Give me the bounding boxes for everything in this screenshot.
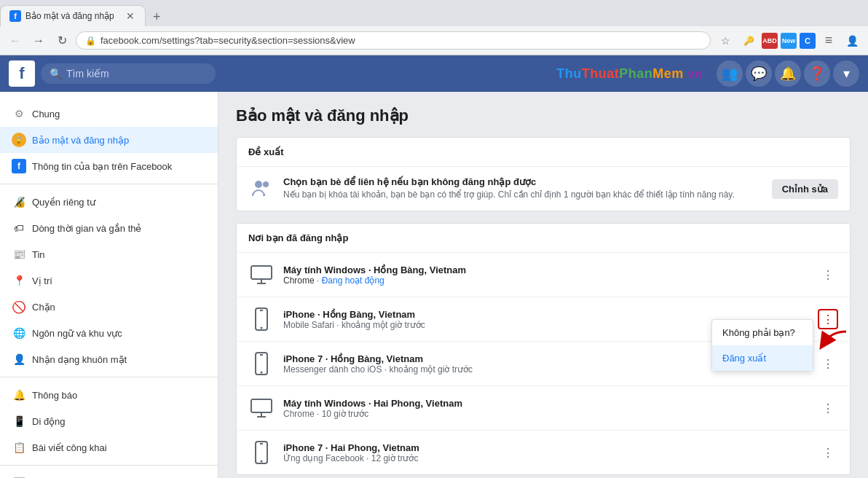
svg-point-1 xyxy=(263,181,269,187)
extensions-button[interactable]: 🔑 xyxy=(738,31,759,51)
session-row-4: Máy tính Windows · Hai Phong, Vietnam Ch… xyxy=(237,386,850,431)
help-icon[interactable]: ❓ xyxy=(804,60,830,87)
tab-title: Bảo mật và đăng nhập xyxy=(25,11,120,21)
sessions-header: Nơi bạn đã đăng nhập xyxy=(237,224,850,253)
session-info-5: iPhone 7 · Hai Phong, Vietnam Ứng dụng F… xyxy=(283,442,809,463)
sidebar-item-ngon-ngu[interactable]: 🌐 Ngôn ngữ và khu vực xyxy=(0,320,218,346)
phone-icon-2 xyxy=(248,306,275,332)
session-menu-btn-1[interactable]: ⋮ xyxy=(818,265,838,285)
arrow-indicator xyxy=(817,328,853,352)
session-menu-btn-5[interactable]: ⋮ xyxy=(818,442,838,463)
sessions-section: Nơi bạn đã đăng nhập Máy tính Windows · … xyxy=(236,223,851,475)
new-extension-icon[interactable]: New xyxy=(781,33,797,49)
sidebar-label-quyen-rieng: Quyền riêng tư xyxy=(32,197,206,208)
mobile-icon: 📱 xyxy=(12,414,26,428)
lock-shield-icon: 🔒 xyxy=(12,133,26,147)
status-active-1: Đang hoạt động xyxy=(322,275,384,286)
sidebar-item-ung-dung[interactable]: 🔲 Ứng dụng và trang web xyxy=(0,470,218,478)
session-menu-button-2[interactable]: ⋮ xyxy=(818,309,838,329)
search-icon: 🔍 xyxy=(50,68,62,79)
sidebar: ⚙ Chung 🔒 Bảo mật và đăng nhập f Thông t… xyxy=(0,92,218,478)
messenger-icon[interactable]: 💬 xyxy=(746,60,772,87)
sidebar-item-bai-viet[interactable]: 📋 Bài viết công khai xyxy=(0,434,218,461)
sidebar-item-di-dong[interactable]: 📱 Di động xyxy=(0,408,218,434)
svg-rect-11 xyxy=(251,399,272,412)
desktop-icon-4 xyxy=(248,395,275,421)
sidebar-divider-2 xyxy=(0,377,218,377)
sidebar-item-quyen-rieng[interactable]: 🔏 Quyền riêng tư xyxy=(0,189,218,215)
session-detail-1: Chrome · Đang hoạt động xyxy=(283,275,809,286)
brand-watermark: ThuThuatPhanMem.vn xyxy=(556,66,702,82)
svg-point-7 xyxy=(261,327,263,329)
sidebar-item-vi-tri[interactable]: 📍 Vị trí xyxy=(0,267,218,294)
lock-icon: 🔒 xyxy=(85,36,96,46)
session-detail-5: Ứng dụng Facebook · 12 giờ trước xyxy=(283,453,809,463)
sidebar-label-di-dong: Di động xyxy=(32,416,206,427)
de-xuat-action: Chỉnh sửa xyxy=(772,179,838,199)
chinh-sua-button[interactable]: Chỉnh sửa xyxy=(772,179,838,199)
search-bar[interactable]: 🔍 xyxy=(41,63,216,84)
de-xuat-title: Chọn bạn bè để liên hệ nếu bạn không đăn… xyxy=(283,176,763,187)
forward-button[interactable]: → xyxy=(29,31,48,50)
sidebar-label-dong-thoi-gian: Dòng thời gian và gắn thẻ xyxy=(32,223,206,234)
facebook-logo[interactable]: f xyxy=(9,60,35,87)
sidebar-label-bai-viet: Bài viết công khai xyxy=(32,442,206,453)
news-icon: 📰 xyxy=(12,247,26,262)
sidebar-label-thong-bao: Thông báo xyxy=(32,390,206,401)
browser-tab-active[interactable]: Bảo mật và đăng nhập ✕ xyxy=(0,5,146,26)
reload-button[interactable]: ↻ xyxy=(52,31,71,50)
friends-icon[interactable]: 👥 xyxy=(717,60,743,87)
sidebar-item-chan[interactable]: 🚫 Chặn xyxy=(0,294,218,320)
session-dropdown-menu: Không phải bạn? Đăng xuất xyxy=(711,319,813,372)
browser-chrome: Bảo mật và đăng nhập ✕ + ← → ↻ 🔒 faceboo… xyxy=(0,0,868,55)
tab-favicon xyxy=(9,10,21,22)
browser-tab-bar: Bảo mật và đăng nhập ✕ + xyxy=(0,0,868,26)
svg-rect-2 xyxy=(251,266,272,279)
address-text: facebook.com/settings?tab=security&secti… xyxy=(100,35,701,46)
session-name-4: Máy tính Windows · Hai Phong, Vietnam xyxy=(283,398,809,409)
sidebar-item-bao-mat[interactable]: 🔒 Bảo mật và đăng nhập xyxy=(0,127,218,153)
dropdown-logout[interactable]: Đăng xuất xyxy=(712,345,813,371)
search-input[interactable] xyxy=(66,68,207,79)
de-xuat-subtitle: Nếu bạn bị khóa tài khoản, bạn bè bạn có… xyxy=(283,189,763,201)
svg-point-10 xyxy=(261,372,263,374)
sidebar-item-tin[interactable]: 📰 Tin xyxy=(0,241,218,267)
sidebar-item-thong-tin[interactable]: f Thông tin của bạn trên Facebook xyxy=(0,153,218,179)
facebook-small-icon: f xyxy=(12,159,26,173)
sidebar-label-ngon-ngu: Ngôn ngữ và khu vực xyxy=(32,328,206,339)
sidebar-label-bao-mat: Bảo mật và đăng nhập xyxy=(32,135,206,146)
sidebar-label-chan: Chặn xyxy=(32,302,206,313)
language-icon: 🌐 xyxy=(12,326,26,340)
privacy-icon: 🔏 xyxy=(12,195,26,209)
sidebar-divider-3 xyxy=(0,465,218,466)
sidebar-label-chung: Chung xyxy=(32,109,206,120)
sidebar-item-thong-bao[interactable]: 🔔 Thông báo xyxy=(0,382,218,408)
sidebar-item-dong-thoi-gian[interactable]: 🏷 Dòng thời gian và gắn thẻ xyxy=(0,215,218,241)
address-bar[interactable]: 🔒 facebook.com/settings?tab=security&sec… xyxy=(76,31,711,50)
sidebar-item-nhan-dang[interactable]: 👤 Nhận dạng khuôn mặt xyxy=(0,346,218,372)
adblocker-extension-icon[interactable]: ABD xyxy=(762,33,778,49)
face-icon: 👤 xyxy=(12,352,26,367)
main-layout: ⚙ Chung 🔒 Bảo mật và đăng nhập f Thông t… xyxy=(0,92,868,478)
profile-button[interactable]: 👤 xyxy=(842,31,862,51)
session-name-5: iPhone 7 · Hai Phong, Vietnam xyxy=(283,442,809,453)
page-title: Bảo mật và đăng nhập xyxy=(236,106,851,125)
sidebar-label-vi-tri: Vị trí xyxy=(32,275,206,286)
de-xuat-row: Chọn bạn bè để liên hệ nếu bạn không đăn… xyxy=(237,167,850,211)
header-icons: 👥 💬 🔔 ❓ ▾ xyxy=(717,60,859,87)
tab-close-button[interactable]: ✕ xyxy=(125,10,136,22)
new-tab-button[interactable]: + xyxy=(149,8,165,26)
session-menu-btn-3[interactable]: ⋮ xyxy=(818,353,838,374)
phone-icon-5 xyxy=(248,439,275,466)
account-menu-icon[interactable]: ▾ xyxy=(833,60,859,87)
back-button[interactable]: ← xyxy=(6,31,25,50)
bookmark-star-button[interactable]: ☆ xyxy=(715,31,735,51)
browser-menu-button[interactable]: ≡ xyxy=(818,31,839,51)
session-menu-btn-4[interactable]: ⋮ xyxy=(818,398,838,418)
dropdown-not-you[interactable]: Không phải bạn? xyxy=(712,320,813,345)
sidebar-divider-1 xyxy=(0,184,218,184)
sidebar-item-chung[interactable]: ⚙ Chung xyxy=(0,101,218,127)
notifications-icon[interactable]: 🔔 xyxy=(775,60,801,87)
c-extension-icon[interactable]: C xyxy=(800,33,816,49)
de-xuat-section: Đề xuất Chọn bạn bè để liên hệ nếu bạn k… xyxy=(236,137,851,211)
